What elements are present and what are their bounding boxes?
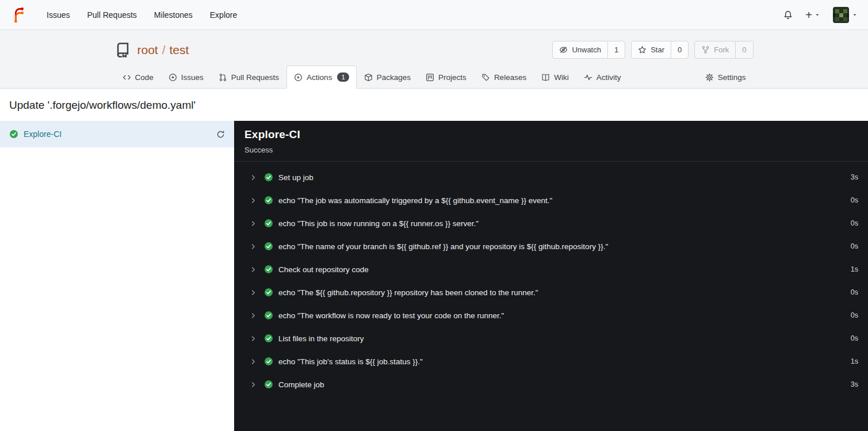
- fork-button[interactable]: Fork: [695, 41, 735, 58]
- tab-settings[interactable]: Settings: [698, 66, 754, 89]
- step-row-8[interactable]: echo "This job's status is ${{ job.statu…: [234, 350, 868, 373]
- forgejo-logo-icon: [10, 7, 26, 23]
- package-icon: [364, 73, 373, 82]
- avatar: [833, 7, 849, 23]
- tab-issues[interactable]: Issues: [161, 66, 211, 89]
- top-navbar: Issues Pull Requests Milestones Explore …: [0, 0, 868, 30]
- tab-projects-label: Projects: [438, 73, 466, 82]
- steps-list: Set up job 3s echo "The job was automati…: [234, 162, 868, 400]
- unwatch-label: Unwatch: [572, 45, 601, 54]
- tab-releases[interactable]: Releases: [474, 66, 534, 89]
- star-button-group: Star 0: [631, 41, 689, 59]
- project-icon: [426, 73, 434, 82]
- user-menu-button[interactable]: [833, 7, 858, 23]
- job-item-explore-ci[interactable]: Explore-CI: [0, 121, 234, 147]
- step-row-6[interactable]: echo "The workflow is now ready to test …: [234, 304, 868, 327]
- tab-activity[interactable]: Activity: [576, 66, 629, 89]
- step-row-0[interactable]: Set up job 3s: [234, 166, 868, 189]
- step-name: echo "The ${{ github.repository }} repos…: [278, 288, 538, 297]
- tab-packages[interactable]: Packages: [357, 66, 418, 89]
- chevron-right-icon: [250, 266, 257, 273]
- tab-packages-label: Packages: [377, 73, 411, 82]
- tab-code[interactable]: Code: [115, 66, 161, 89]
- step-row-3[interactable]: echo "The name of your branch is ${{ git…: [234, 235, 868, 258]
- star-label: Star: [651, 45, 664, 54]
- check-circle-icon: [9, 129, 18, 139]
- jobs-sidebar: Explore-CI: [0, 121, 234, 431]
- play-circle-icon: [294, 73, 303, 82]
- step-duration: 0s: [851, 242, 858, 250]
- nav-item-pull-requests[interactable]: Pull Requests: [79, 6, 144, 24]
- repo-action-buttons: Unwatch 1 Star 0 Fork 0: [552, 41, 753, 59]
- stars-count[interactable]: 0: [671, 41, 688, 58]
- fork-button-group: Fork 0: [694, 41, 753, 59]
- repo-tabs-bar: Code Issues Pull Requests Actions 1 Pack…: [0, 66, 868, 89]
- rerun-job-button[interactable]: [215, 129, 226, 140]
- check-circle-icon: [264, 380, 273, 389]
- chevron-right-icon: [250, 358, 257, 365]
- watchers-count[interactable]: 1: [607, 41, 625, 58]
- check-circle-icon: [264, 311, 273, 320]
- nav-item-issues[interactable]: Issues: [39, 6, 77, 24]
- run-title: Update '.forgejo/workflows/demo.yaml': [0, 89, 868, 121]
- step-row-9[interactable]: Complete job 3s: [234, 373, 868, 396]
- pulse-icon: [584, 73, 592, 82]
- step-row-4[interactable]: Check out repository code 1s: [234, 258, 868, 281]
- repo-name-link[interactable]: test: [170, 43, 189, 57]
- eye-slash-icon: [559, 45, 568, 54]
- gear-icon: [705, 73, 714, 82]
- tab-code-label: Code: [135, 73, 154, 82]
- code-icon: [123, 73, 131, 82]
- step-duration: 0s: [851, 196, 858, 204]
- step-duration: 0s: [851, 288, 858, 296]
- chevron-right-icon: [250, 335, 257, 342]
- forgejo-logo[interactable]: [10, 7, 26, 23]
- step-duration: 3s: [851, 173, 858, 181]
- chevron-right-icon: [250, 197, 257, 204]
- step-name: Set up job: [278, 173, 313, 182]
- chevron-right-icon: [250, 312, 257, 319]
- repo-separator: /: [162, 43, 166, 57]
- step-row-1[interactable]: echo "The job was automatically triggere…: [234, 189, 868, 212]
- star-button[interactable]: Star: [632, 41, 671, 58]
- repo-owner-link[interactable]: root: [137, 43, 158, 57]
- step-duration: 0s: [851, 311, 858, 319]
- forks-count[interactable]: 0: [735, 41, 752, 58]
- step-row-2[interactable]: echo "This job is now running on a ${{ r…: [234, 212, 868, 235]
- chevron-right-icon: [250, 289, 257, 296]
- create-new-button[interactable]: +: [805, 9, 820, 21]
- nav-item-milestones[interactable]: Milestones: [147, 6, 200, 24]
- step-duration: 1s: [851, 265, 858, 273]
- step-row-7[interactable]: List files in the repository 0s: [234, 327, 868, 350]
- step-duration: 0s: [851, 334, 858, 342]
- tab-pull-requests-label: Pull Requests: [231, 73, 279, 82]
- repo-tabs: Code Issues Pull Requests Actions 1 Pack…: [113, 66, 756, 88]
- step-name: echo "This job is now running on a ${{ r…: [278, 219, 479, 228]
- repo-header: root / test Unwatch 1 Star 0: [0, 30, 868, 89]
- job-header: Explore-CI Success: [234, 121, 868, 162]
- tab-wiki-label: Wiki: [554, 73, 569, 82]
- tab-actions-label: Actions: [307, 73, 332, 82]
- watch-button-group: Unwatch 1: [552, 41, 625, 59]
- step-name: Complete job: [278, 380, 324, 389]
- repo-title-row: root / test Unwatch 1 Star 0: [113, 30, 756, 59]
- step-duration: 1s: [851, 357, 858, 365]
- book-open-icon: [541, 73, 550, 82]
- step-row-5[interactable]: echo "The ${{ github.repository }} repos…: [234, 281, 868, 304]
- unwatch-button[interactable]: Unwatch: [553, 41, 607, 58]
- pull-request-icon: [219, 73, 227, 82]
- issue-icon: [169, 73, 177, 82]
- step-name: List files in the repository: [278, 334, 364, 343]
- repo-icon: [115, 42, 131, 58]
- step-name: echo "The job was automatically triggere…: [278, 196, 552, 205]
- caret-down-icon: [815, 12, 820, 18]
- tab-wiki[interactable]: Wiki: [534, 66, 576, 89]
- run-view: Explore-CI Explore-CI Success Set up job…: [0, 121, 868, 431]
- nav-item-explore[interactable]: Explore: [202, 6, 244, 24]
- tab-projects[interactable]: Projects: [418, 66, 474, 89]
- check-circle-icon: [264, 265, 273, 274]
- tab-pull-requests[interactable]: Pull Requests: [211, 66, 286, 89]
- notifications-button[interactable]: [783, 10, 793, 20]
- fork-label: Fork: [714, 45, 729, 54]
- tab-actions[interactable]: Actions 1: [286, 66, 357, 89]
